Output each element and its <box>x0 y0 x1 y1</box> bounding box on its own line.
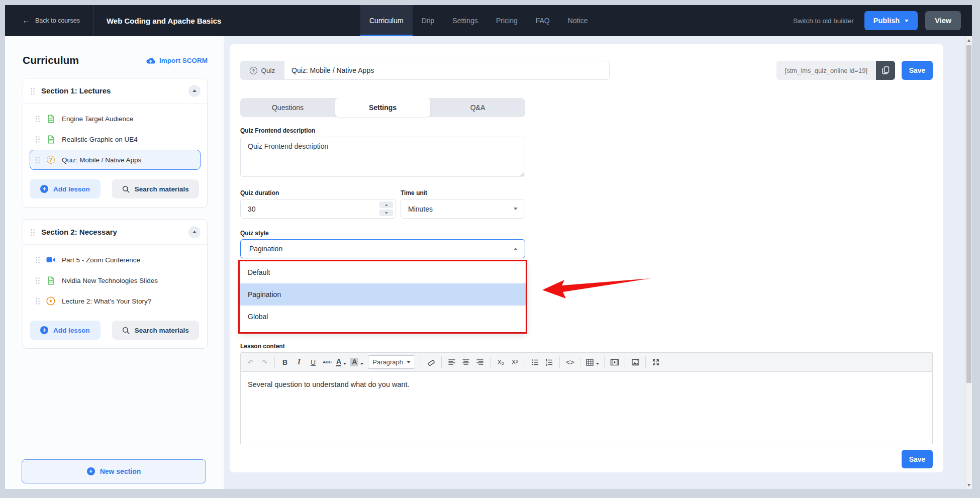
toolbar-separator <box>580 356 580 368</box>
lesson-item[interactable]: Nvidia New Technologies Slides <box>30 270 201 290</box>
insert-image-icon[interactable] <box>629 356 642 369</box>
bullet-list-icon[interactable] <box>529 356 542 369</box>
table-icon <box>585 358 594 366</box>
scrollbar-up-arrow[interactable] <box>966 36 972 44</box>
drag-handle-icon[interactable] <box>35 136 40 143</box>
tab-drip[interactable]: Drip <box>413 5 444 36</box>
video-camera-icon <box>46 255 55 264</box>
main-content: ? Quiz [stm_lms_quiz_online id=19] Save <box>224 36 965 489</box>
numbered-list-icon[interactable] <box>543 356 556 369</box>
publish-button[interactable]: Publish <box>864 11 918 30</box>
add-lesson-button[interactable]: + Add lesson <box>30 179 101 198</box>
section-1-title: Section 1: Lectures <box>41 86 182 95</box>
underline-icon[interactable]: U <box>307 356 320 369</box>
quiz-duration-field <box>240 199 396 219</box>
toolbar-separator <box>559 356 560 368</box>
cloud-upload-icon <box>146 57 155 64</box>
annotation-rectangle: Default Pagination Global <box>238 260 527 334</box>
tab-faq[interactable]: FAQ <box>527 5 559 36</box>
dropdown-option-pagination[interactable]: Pagination <box>240 283 526 306</box>
save-button-top[interactable]: Save <box>902 61 933 80</box>
collapse-section-button[interactable] <box>188 226 201 238</box>
insert-video-icon[interactable] <box>608 356 621 369</box>
tab-questions[interactable]: Questions <box>240 98 335 117</box>
search-materials-button[interactable]: Search materials <box>112 179 199 198</box>
copy-shortcode-button[interactable] <box>876 61 895 80</box>
quiz-editor-card: ? Quiz [stm_lms_quiz_online id=19] Save <box>230 44 943 472</box>
tab-curriculum[interactable]: Curriculum <box>360 5 413 36</box>
chevron-up-icon <box>514 248 518 250</box>
topbar-tabs: Curriculum Drip Settings Pricing FAQ Not… <box>360 5 597 36</box>
add-lesson-button[interactable]: + Add lesson <box>30 321 101 340</box>
dropdown-option-default[interactable]: Default <box>240 261 526 283</box>
lesson-item-selected[interactable]: ? Quiz: Mobile / Native Apps <box>30 150 201 170</box>
drag-handle-icon[interactable] <box>35 156 40 163</box>
save-button-bottom[interactable]: Save <box>902 450 933 468</box>
quiz-title-input[interactable] <box>284 61 610 80</box>
search-materials-button[interactable]: Search materials <box>112 321 199 340</box>
fullscreen-icon[interactable] <box>649 356 662 369</box>
drag-handle-icon[interactable] <box>35 256 40 263</box>
spinner-up-button[interactable] <box>379 202 393 208</box>
dropdown-option-global[interactable]: Global <box>240 306 526 328</box>
bold-icon[interactable]: B <box>278 356 291 369</box>
align-left-icon[interactable] <box>445 356 458 369</box>
scrollbar-down-arrow[interactable] <box>966 481 972 489</box>
back-label: Back to courses <box>35 17 80 24</box>
frontend-description-textarea[interactable]: Quiz Frontend description <box>240 137 525 177</box>
back-to-courses-button[interactable]: ← Back to courses <box>5 5 93 36</box>
tab-settings[interactable]: Settings <box>443 5 487 36</box>
superscript-icon[interactable]: X² <box>508 356 521 369</box>
scrollbar-thumb[interactable] <box>966 45 971 383</box>
drag-handle-icon[interactable] <box>30 87 35 94</box>
import-scorm-link[interactable]: Import SCORM <box>146 57 208 64</box>
text-color-button[interactable]: A <box>335 356 348 369</box>
quiz-duration-input[interactable] <box>248 205 379 213</box>
lesson-item[interactable]: Part 5 - Zoom Conference <box>30 250 201 270</box>
redo-icon[interactable]: ↷ <box>258 356 271 369</box>
lesson-content-editor[interactable]: Several question to understand what do y… <box>240 372 933 444</box>
sidebar-title: Curriculum <box>23 54 79 66</box>
vertical-scrollbar[interactable] <box>965 36 972 489</box>
section-1-actions: + Add lesson Search materials <box>23 173 207 207</box>
italic-icon[interactable]: I <box>292 356 306 369</box>
source-code-icon[interactable]: <> <box>563 356 576 369</box>
undo-icon[interactable]: ↶ <box>244 356 257 369</box>
lesson-item[interactable]: Engine Target Audience <box>30 109 201 129</box>
tab-notice[interactable]: Notice <box>559 5 597 36</box>
new-section-button[interactable]: + New section <box>22 459 206 483</box>
time-unit-select[interactable]: Minutes <box>401 199 525 219</box>
toolbar-separator <box>441 356 442 368</box>
table-button[interactable] <box>584 356 601 369</box>
section-card-1: Section 1: Lectures Engine Target Audien… <box>23 78 208 208</box>
drag-handle-icon[interactable] <box>35 115 40 122</box>
paragraph-format-select[interactable]: Paragraph <box>368 355 415 369</box>
background-color-icon: A <box>350 358 358 366</box>
strikethrough-icon[interactable]: ABC <box>321 356 334 369</box>
chevron-down-icon <box>343 363 346 365</box>
drag-handle-icon[interactable] <box>35 297 40 305</box>
align-right-icon[interactable] <box>473 356 486 369</box>
lesson-item[interactable]: Realistic Graphic on UE4 <box>30 129 201 149</box>
remove-format-icon[interactable] <box>425 356 438 369</box>
switch-to-old-builder-link[interactable]: Switch to old builder <box>793 17 854 25</box>
subscript-icon[interactable]: X₂ <box>494 356 507 369</box>
text-color-icon: A <box>336 358 341 366</box>
lesson-item[interactable]: Lecture 2: What's Your Story? <box>30 291 201 311</box>
tab-pricing[interactable]: Pricing <box>487 5 527 36</box>
quiz-title-row: ? Quiz [stm_lms_quiz_online id=19] Save <box>240 61 933 80</box>
section-2-header: Section 2: Necessary <box>23 220 207 245</box>
number-spinner <box>379 202 393 216</box>
spinner-down-button[interactable] <box>379 210 393 216</box>
view-button[interactable]: View <box>925 11 961 30</box>
tab-settings-active[interactable]: Settings <box>335 98 430 117</box>
background-color-button[interactable]: A <box>349 356 365 369</box>
chevron-down-icon <box>514 208 518 210</box>
drag-handle-icon[interactable] <box>35 277 40 284</box>
collapse-section-button[interactable] <box>188 85 201 97</box>
quiz-style-select[interactable]: Pagination <box>240 239 525 258</box>
tab-qa[interactable]: Q&A <box>430 98 525 117</box>
align-center-icon[interactable] <box>459 356 472 369</box>
drag-handle-icon[interactable] <box>30 229 35 236</box>
chevron-down-icon <box>905 20 909 22</box>
